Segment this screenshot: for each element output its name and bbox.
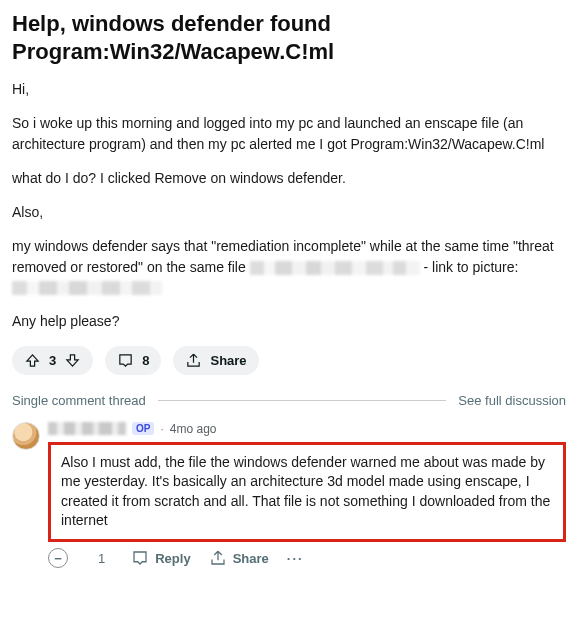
post-paragraph: my windows defender says that "remediati…: [12, 236, 566, 297]
thread-label: Single comment thread: [12, 393, 146, 408]
timestamp: 4mo ago: [170, 422, 217, 436]
post-paragraph: Any help please?: [12, 311, 566, 331]
comments-button[interactable]: 8: [105, 346, 161, 375]
reply-button[interactable]: Reply: [131, 549, 190, 567]
comment-action-bar: − 1 Reply Share ···: [48, 548, 566, 568]
comment-icon: [117, 352, 134, 369]
upvote-icon[interactable]: [24, 352, 41, 369]
username[interactable]: [48, 422, 126, 435]
collapse-button[interactable]: −: [48, 548, 68, 568]
share-button[interactable]: Share: [173, 346, 258, 375]
post-action-bar: 3 8 Share: [12, 346, 566, 375]
post-paragraph: So i woke up this morning and logged int…: [12, 113, 566, 154]
post-title: Help, windows defender found Program:Win…: [12, 10, 566, 65]
redacted-text: [12, 281, 162, 295]
separator-dot: ·: [160, 422, 163, 436]
post-paragraph: Also,: [12, 202, 566, 222]
more-options-button[interactable]: ···: [287, 551, 304, 566]
share-icon: [185, 352, 202, 369]
avatar[interactable]: [12, 422, 40, 450]
vote-count: 1: [98, 551, 105, 566]
share-label: Share: [210, 353, 246, 368]
thread-header: Single comment thread See full discussio…: [12, 393, 566, 408]
divider: [158, 400, 447, 401]
comment-count: 8: [142, 353, 149, 368]
redacted-text: [250, 261, 420, 275]
comment-meta: OP · 4mo ago: [48, 422, 566, 436]
post-body: Hi, So i woke up this morning and logged…: [12, 79, 566, 332]
vote-group: 3: [12, 346, 93, 375]
share-button[interactable]: Share: [209, 549, 269, 567]
comment: OP · 4mo ago Also I must add, the file t…: [12, 422, 566, 568]
comment-text: Also I must add, the file the windows de…: [48, 442, 566, 542]
post-paragraph: Hi,: [12, 79, 566, 99]
downvote-icon[interactable]: [64, 352, 81, 369]
post-paragraph: what do I do? I clicked Remove on window…: [12, 168, 566, 188]
op-badge: OP: [132, 422, 154, 435]
see-full-discussion-link[interactable]: See full discussion: [458, 393, 566, 408]
vote-count: 3: [49, 353, 56, 368]
